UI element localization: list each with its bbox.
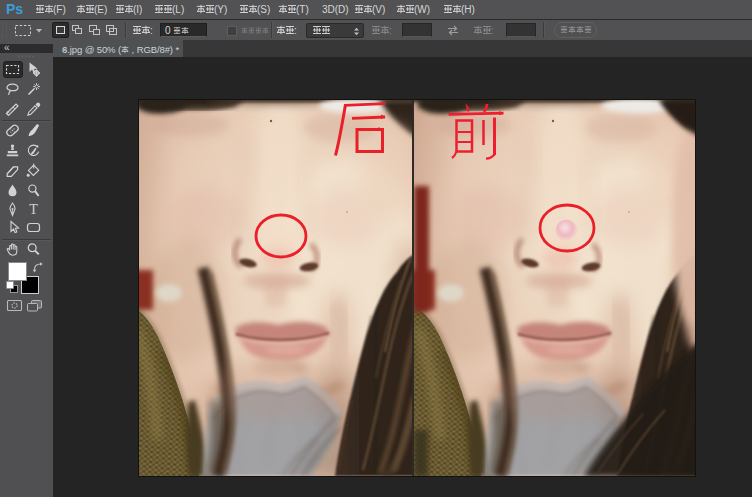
svg-text:T: T [29, 202, 38, 217]
